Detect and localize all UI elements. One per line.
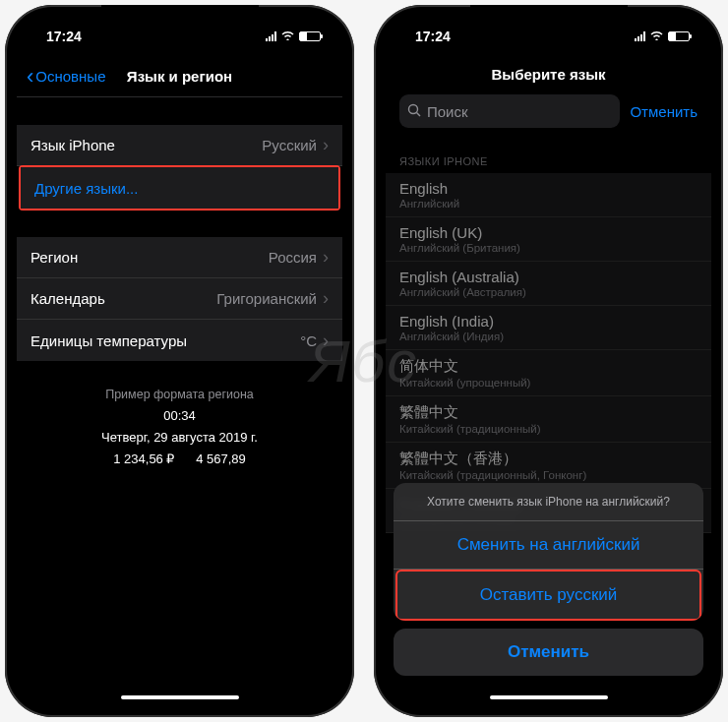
row-value: Россия bbox=[269, 249, 317, 266]
row-region[interactable]: Регион Россия› bbox=[17, 237, 342, 278]
modal-dim-overlay bbox=[386, 138, 711, 533]
page-title: Выберите язык bbox=[386, 56, 711, 94]
nav-bar: ‹ Основные Язык и регион bbox=[17, 56, 342, 97]
notch bbox=[470, 5, 628, 30]
row-label: Календарь bbox=[30, 290, 105, 307]
search-placeholder: Поиск bbox=[427, 103, 468, 120]
sheet-change-button[interactable]: Сменить на английский bbox=[394, 521, 703, 570]
signal-icon bbox=[266, 31, 276, 41]
signal-icon bbox=[635, 31, 645, 41]
row-label: Регион bbox=[30, 249, 78, 266]
svg-point-0 bbox=[409, 104, 418, 113]
back-label: Основные bbox=[35, 68, 105, 85]
home-indicator[interactable] bbox=[490, 695, 608, 699]
status-time: 17:24 bbox=[46, 29, 82, 44]
search-icon bbox=[407, 103, 421, 120]
row-calendar[interactable]: Календарь Григорианский› bbox=[17, 278, 342, 320]
highlight-keep-russian: Оставить русский bbox=[395, 570, 701, 621]
row-label: Язык iPhone bbox=[30, 137, 115, 153]
highlight-other-languages: Другие языки... bbox=[19, 165, 340, 211]
notch bbox=[101, 5, 259, 30]
region-format-example: Пример формата региона 00:34 Четверг, 29… bbox=[17, 385, 342, 471]
row-other-languages[interactable]: Другие языки... bbox=[21, 167, 338, 209]
action-sheet: Хотите сменить язык iPhone на английский… bbox=[394, 483, 703, 676]
chevron-right-icon: › bbox=[323, 288, 329, 309]
row-value: Григорианский bbox=[216, 290, 317, 307]
battery-icon bbox=[299, 31, 321, 41]
chevron-right-icon: › bbox=[323, 247, 329, 268]
wifi-icon bbox=[649, 30, 664, 43]
row-temperature-units[interactable]: Единицы температуры °C› bbox=[17, 320, 342, 361]
row-value: Русский bbox=[262, 137, 317, 153]
sheet-keep-button[interactable]: Оставить русский bbox=[397, 572, 699, 619]
example-date: Четверг, 29 августа 2019 г. bbox=[17, 427, 342, 449]
home-indicator[interactable] bbox=[121, 695, 239, 699]
row-label: Другие языки... bbox=[34, 180, 138, 197]
search-cancel-button[interactable]: Отменить bbox=[630, 103, 698, 120]
wifi-icon bbox=[280, 30, 295, 43]
svg-line-1 bbox=[417, 112, 421, 116]
row-iphone-language[interactable]: Язык iPhone Русский› bbox=[17, 125, 342, 166]
back-button[interactable]: ‹ Основные bbox=[27, 64, 106, 90]
chevron-left-icon: ‹ bbox=[27, 64, 33, 90]
search-input[interactable]: Поиск bbox=[399, 94, 620, 128]
battery-icon bbox=[668, 31, 690, 41]
example-time: 00:34 bbox=[17, 405, 342, 427]
row-value: °C bbox=[300, 332, 317, 349]
example-header: Пример формата региона bbox=[17, 385, 342, 405]
phone-left: 17:24 ‹ Основные Язык и регион Язык iPho… bbox=[5, 5, 354, 717]
chevron-right-icon: › bbox=[323, 135, 329, 155]
chevron-right-icon: › bbox=[323, 331, 329, 351]
status-time: 17:24 bbox=[415, 29, 451, 44]
phone-right: 17:24 Выберите язык Поиск Отменить ЯЗЫКИ… bbox=[374, 5, 723, 717]
example-numbers: 1 234,56 ₽ 4 567,89 bbox=[17, 449, 342, 470]
sheet-message: Хотите сменить язык iPhone на английский… bbox=[394, 483, 703, 521]
row-label: Единицы температуры bbox=[30, 332, 187, 349]
sheet-cancel-button[interactable]: Отменить bbox=[394, 629, 703, 676]
